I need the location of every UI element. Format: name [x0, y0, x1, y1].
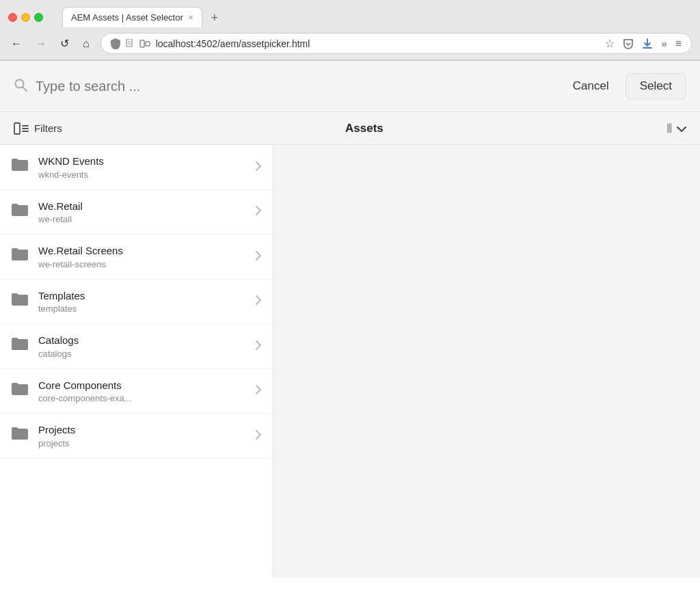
- folder-path: wknd-events: [38, 170, 245, 180]
- chevron-right-icon: [255, 429, 262, 442]
- toolbar: Filters Assets ⦀: [0, 112, 700, 145]
- folder-svg: [11, 247, 29, 262]
- folder-name: We.Retail: [38, 200, 245, 213]
- folder-svg: [11, 292, 29, 307]
- chevron-right-icon: [255, 250, 262, 263]
- assets-title: Assets: [62, 122, 667, 135]
- tracking-icon: [139, 40, 150, 48]
- folder-name: WKND Events: [38, 155, 245, 168]
- forward-button[interactable]: →: [33, 36, 49, 51]
- more-tools-icon[interactable]: »: [661, 38, 667, 49]
- filters-button[interactable]: Filters: [14, 122, 62, 135]
- svg-line-6: [23, 87, 27, 91]
- folder-svg: [11, 336, 29, 351]
- new-tab-button[interactable]: +: [205, 8, 224, 27]
- folder-info: Core Components core-components-exa...: [38, 379, 245, 404]
- folder-item[interactable]: Templates templates: [0, 280, 273, 325]
- tab-title: AEM Assets | Asset Selector: [71, 12, 183, 23]
- folder-path: catalogs: [38, 349, 245, 359]
- search-bar: Cancel Select: [0, 61, 700, 112]
- reload-button[interactable]: ↺: [57, 36, 72, 51]
- tab-bar: AEM Assets | Asset Selector × +: [62, 7, 224, 27]
- address-input[interactable]: localhost:4502/aem/assetpicker.html ☆ » …: [100, 33, 692, 54]
- folder-icon: [11, 157, 29, 176]
- folder-item[interactable]: Projects projects: [0, 414, 273, 459]
- folder-icon: [11, 292, 29, 311]
- svg-rect-0: [126, 39, 132, 46]
- folder-path: projects: [38, 438, 245, 448]
- svg-rect-7: [14, 123, 20, 134]
- search-input[interactable]: [36, 79, 556, 94]
- url-text: localhost:4502/aem/assetpicker.html: [156, 38, 600, 49]
- folder-name: Templates: [38, 289, 245, 303]
- folder-item[interactable]: We.Retail Screens we-retail-screens: [0, 234, 273, 280]
- folder-svg: [11, 157, 29, 172]
- title-bar: AEM Assets | Asset Selector × +: [0, 0, 700, 27]
- svg-point-5: [16, 79, 24, 88]
- assets-panel: [273, 145, 700, 578]
- svg-rect-4: [146, 42, 150, 46]
- folder-name: Core Components: [38, 379, 245, 392]
- tab-close-button[interactable]: ×: [189, 13, 193, 23]
- folder-info: We.Retail Screens we-retail-screens: [38, 244, 245, 269]
- folder-icon: [11, 336, 29, 356]
- folder-icon: [11, 426, 29, 445]
- folder-item[interactable]: We.Retail we-retail: [0, 190, 273, 235]
- menu-icon[interactable]: ≡: [675, 38, 682, 50]
- folder-info: WKND Events wknd-events: [38, 155, 245, 180]
- folder-name: Projects: [38, 423, 245, 437]
- folder-item[interactable]: WKND Events wknd-events: [0, 145, 273, 190]
- back-button[interactable]: ←: [8, 36, 25, 51]
- chevron-right-icon: [255, 161, 262, 174]
- chevron-right-icon: [255, 205, 262, 218]
- minimize-window-button[interactable]: [21, 13, 30, 22]
- folder-icon: [11, 247, 29, 266]
- select-button[interactable]: Select: [625, 73, 686, 99]
- search-icon: [14, 78, 27, 95]
- view-dropdown-icon[interactable]: [677, 126, 686, 133]
- folder-info: Catalogs catalogs: [38, 334, 245, 359]
- folder-svg: [11, 381, 29, 397]
- cancel-button[interactable]: Cancel: [565, 75, 617, 97]
- address-bar: ← → ↺ ⌂ localhost:4502/aem/assetpicker.h…: [0, 27, 700, 60]
- folder-item[interactable]: Core Components core-components-exa...: [0, 369, 273, 414]
- folder-icon: [11, 202, 29, 222]
- folder-list: WKND Events wknd-events We.Retail we-ret…: [0, 145, 273, 459]
- traffic-lights: [8, 13, 43, 22]
- shield-icon: [111, 38, 120, 49]
- folder-path: core-components-exa...: [38, 393, 245, 403]
- main-area: WKND Events wknd-events We.Retail we-ret…: [0, 145, 700, 578]
- address-bar-icons: ☆ » ≡: [605, 37, 682, 50]
- folder-svg: [11, 202, 29, 217]
- home-button[interactable]: ⌂: [80, 36, 92, 51]
- page-icon: [126, 39, 134, 49]
- app-content: Cancel Select Filters Assets ⦀: [0, 61, 700, 578]
- folder-path: we-retail: [38, 214, 245, 224]
- bookmark-icon[interactable]: ☆: [605, 37, 615, 50]
- browser-tab[interactable]: AEM Assets | Asset Selector ×: [62, 7, 202, 27]
- browser-chrome: AEM Assets | Asset Selector × + ← → ↺ ⌂: [0, 0, 700, 61]
- close-window-button[interactable]: [8, 13, 17, 22]
- pocket-icon[interactable]: [623, 38, 634, 49]
- chevron-right-icon: [255, 340, 262, 353]
- filters-label: Filters: [34, 122, 62, 134]
- folder-path: templates: [38, 304, 245, 314]
- chevron-right-icon: [255, 295, 262, 308]
- view-controls: ⦀: [667, 120, 686, 136]
- folder-info: We.Retail we-retail: [38, 200, 245, 225]
- folder-svg: [11, 426, 29, 441]
- folder-info: Projects projects: [38, 423, 245, 448]
- folder-name: Catalogs: [38, 334, 245, 347]
- svg-rect-3: [140, 40, 144, 47]
- maximize-window-button[interactable]: [34, 13, 43, 22]
- column-view-icon[interactable]: ⦀: [667, 120, 673, 136]
- folder-name: We.Retail Screens: [38, 244, 245, 258]
- download-icon[interactable]: [642, 38, 653, 49]
- filters-icon: [14, 122, 29, 135]
- chevron-right-icon: [255, 384, 262, 397]
- folder-item[interactable]: Catalogs catalogs: [0, 324, 273, 369]
- folder-info: Templates templates: [38, 289, 245, 314]
- folder-path: we-retail-screens: [38, 259, 245, 269]
- sidebar: WKND Events wknd-events We.Retail we-ret…: [0, 145, 273, 578]
- folder-icon: [11, 381, 29, 401]
